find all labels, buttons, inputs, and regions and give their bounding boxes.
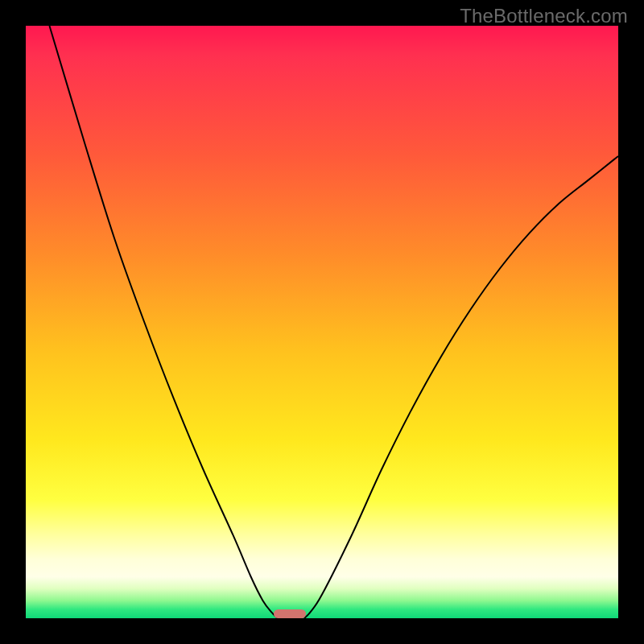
right-curve — [304, 156, 618, 618]
chart-curves-svg — [26, 26, 618, 618]
chart-plot-area — [26, 26, 618, 618]
watermark-text: TheBottleneck.com — [460, 5, 628, 27]
left-curve — [49, 26, 277, 618]
bottleneck-marker — [274, 609, 306, 618]
